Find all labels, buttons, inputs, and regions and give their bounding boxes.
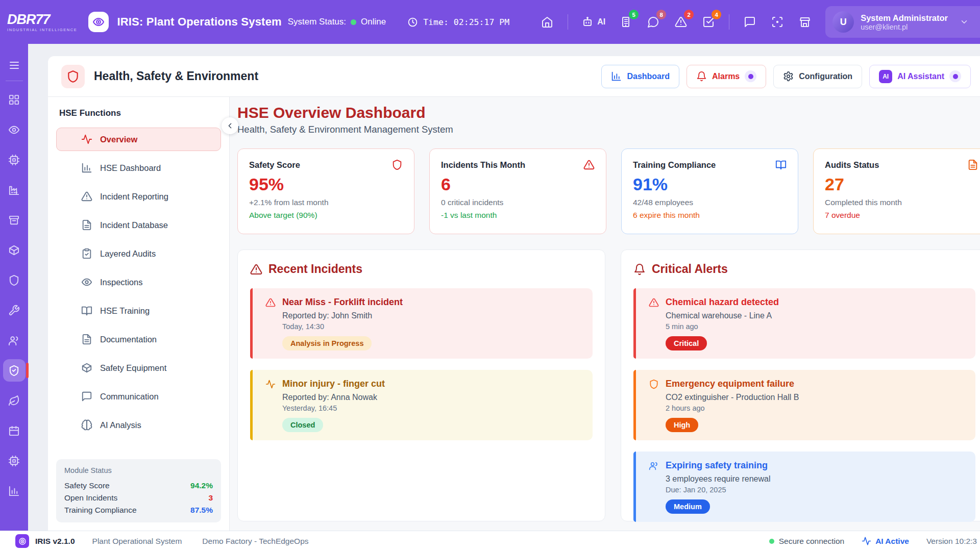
eye-icon (92, 16, 105, 28)
menu-item-safety-equipment[interactable]: Safety Equipment (56, 356, 221, 380)
incident-title: Near Miss - Forklift incident (282, 297, 403, 308)
brand-tagline: INDUSTRIAL INTELLIGENCE (7, 28, 77, 32)
page-title: HSE Overview Dashboard (237, 104, 980, 121)
alert-title: Expiring safety training (666, 460, 768, 471)
alert-time: 2 hours ago (666, 404, 965, 412)
avatar: U (832, 11, 854, 33)
menu-item-label: HSE Training (100, 306, 150, 316)
alert-item[interactable]: Expiring safety training 3 employees req… (633, 452, 975, 522)
rail-item-maintenance[interactable] (3, 299, 26, 321)
kpi-value: 95% (249, 174, 403, 194)
kpi-value: 91% (633, 174, 787, 194)
collapse-panel-button[interactable] (222, 117, 238, 134)
menu-item-hse-dashboard[interactable]: HSE Dashboard (56, 156, 221, 180)
page-subtitle: Health, Safety & Environment Management … (237, 124, 980, 135)
factory-status-button[interactable]: 5 (619, 15, 633, 29)
menu-item-label: Documentation (100, 335, 157, 344)
store-button[interactable] (798, 15, 812, 29)
rail-item-dashboard[interactable] (3, 88, 26, 111)
menu-item-communication[interactable]: Communication (56, 385, 221, 408)
bell-icon (633, 263, 646, 276)
alert-item[interactable]: Chemical hazard detected Chemical wareho… (633, 288, 975, 359)
user-menu[interactable]: U System Administrator user@klient.pl (825, 6, 980, 38)
messages-badge: 8 (656, 10, 666, 19)
menu-item-label: Communication (100, 392, 159, 402)
menu-item-overview[interactable]: Overview (56, 128, 221, 151)
dashboard-grid-icon (8, 94, 20, 106)
home-button[interactable] (540, 15, 554, 29)
rail-item-personnel[interactable] (3, 329, 26, 352)
status-row-open-incidents: Open Incidents 3 (64, 492, 213, 504)
scan-button[interactable] (770, 15, 785, 29)
ai-assistant-button[interactable]: AI AI Assistant (869, 65, 971, 88)
chat-button[interactable] (743, 15, 757, 29)
alerts-button[interactable]: 2 (674, 15, 688, 29)
ai-robot-button[interactable]: AI (581, 15, 605, 29)
rail-item-warehouse[interactable] (3, 209, 26, 231)
tasks-button[interactable]: 4 (701, 15, 716, 29)
online-status-dot (351, 19, 356, 25)
warning-triangle-icon (649, 297, 659, 308)
rail-item-production[interactable] (3, 179, 26, 201)
alert-title: Chemical hazard detected (666, 297, 779, 308)
dashboard-button[interactable]: Dashboard (601, 65, 679, 88)
status-label: Safety Score (64, 480, 110, 492)
menu-item-label: Incident Database (100, 220, 168, 230)
user-email: user@klient.pl (861, 23, 948, 31)
hse-overview-main: HSE Overview Dashboard Health, Safety & … (230, 97, 980, 531)
alerts-badge: 2 (684, 10, 694, 19)
rail-item-monitoring[interactable] (3, 118, 26, 141)
menu-item-hse-training[interactable]: HSE Training (56, 299, 221, 322)
eye-icon (18, 537, 27, 545)
kpi-card-audits-status[interactable]: Audits Status 27 Completed this month 7 … (813, 148, 980, 234)
rail-item-environment[interactable] (3, 389, 26, 412)
rail-item-planning[interactable] (3, 419, 26, 442)
rail-item-automation[interactable] (3, 148, 26, 171)
incident-item[interactable]: Minor injury - finger cut Reported by: A… (250, 370, 593, 440)
status-row-safety-score: Safety Score 94.2% (64, 480, 213, 492)
rail-item-hse[interactable] (3, 359, 26, 382)
activity-icon (265, 379, 276, 389)
rail-item-systems[interactable] (3, 449, 26, 472)
severity-bar (250, 288, 253, 359)
severity-badge: Medium (666, 499, 710, 514)
kpi-value: 27 (825, 174, 978, 194)
configuration-button[interactable]: Configuration (773, 65, 862, 88)
alert-item[interactable]: Emergency equipment failure CO2 extingui… (633, 370, 975, 440)
alarms-button[interactable]: Alarms (687, 65, 766, 88)
severity-bar (250, 370, 253, 440)
kpi-line2: 6 expire this month (633, 211, 787, 220)
menu-item-inspections[interactable]: Inspections (56, 270, 221, 294)
scan-icon (771, 16, 783, 28)
severity-badge: Critical (666, 336, 707, 350)
rail-item-security[interactable] (3, 269, 26, 291)
shield-icon (391, 159, 403, 170)
status-label: Open Incidents (64, 492, 117, 504)
footer-site-name: Demo Factory - TechEdgeOps (202, 537, 308, 546)
incident-item[interactable]: Near Miss - Forklift incident Reported b… (250, 288, 593, 359)
chevron-left-icon (226, 121, 234, 130)
menu-item-incident-database[interactable]: Incident Database (56, 213, 221, 237)
clock-icon (407, 17, 418, 28)
kpi-title: Audits Status (825, 160, 879, 170)
menu-item-documentation[interactable]: Documentation (56, 328, 221, 351)
kpi-line1: Completed this month (825, 198, 978, 207)
warning-triangle-icon (265, 297, 276, 308)
menu-item-ai-analysis[interactable]: AI Analysis (56, 413, 221, 437)
kpi-card-training-compliance[interactable]: Training Compliance 91% 42/48 employees … (621, 148, 798, 234)
menu-item-layered-audits[interactable]: Layered Audits (56, 242, 221, 265)
kpi-card-safety-score[interactable]: Safety Score 95% +2.1% from last month A… (237, 148, 414, 234)
section-title: Critical Alerts (652, 262, 728, 276)
package-icon (81, 362, 92, 373)
module-status-title: Module Status (64, 466, 213, 474)
messages-button[interactable]: 8 (646, 15, 660, 29)
menu-item-incident-reporting[interactable]: Incident Reporting (56, 185, 221, 208)
severity-badge: High (666, 418, 698, 432)
toolbar-divider (568, 14, 568, 30)
rail-menu-button[interactable] (3, 55, 26, 76)
activity-icon (862, 536, 871, 546)
rail-item-logistics[interactable] (3, 239, 26, 261)
rail-item-analytics[interactable] (3, 480, 26, 502)
kpi-card-incidents[interactable]: Incidents This Month 6 0 critical incide… (429, 148, 606, 234)
header-icon-toolbar: AI 5 8 2 4 (540, 14, 812, 30)
